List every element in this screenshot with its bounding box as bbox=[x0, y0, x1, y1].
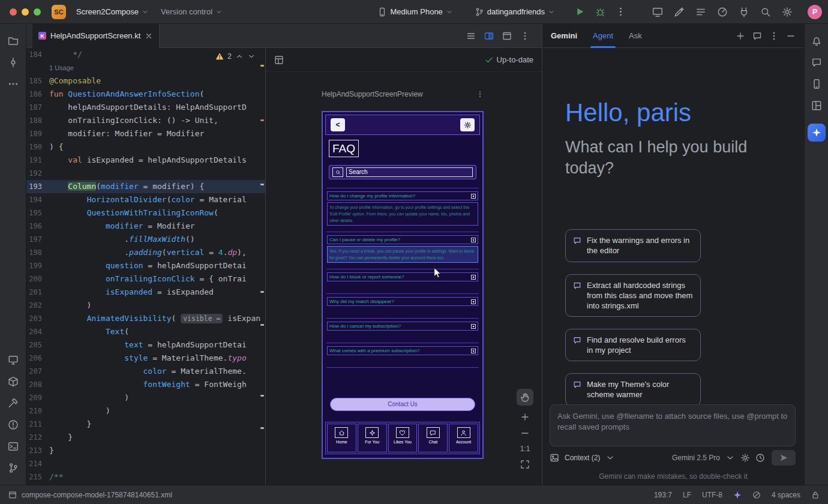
suggestion-card[interactable]: Find and resolve build errors in my proj… bbox=[565, 329, 701, 361]
phone-preview[interactable]: < FAQ Search bbox=[322, 111, 484, 459]
device-mirror-icon[interactable] bbox=[649, 4, 666, 20]
gemini-input[interactable]: Ask Gemini, use @filename to attach sour… bbox=[550, 404, 796, 446]
editor-menu-icon[interactable] bbox=[520, 31, 530, 41]
status-file-name[interactable]: compose-compose-model-1758748140651.xml bbox=[22, 491, 172, 499]
expand-toggle-icon[interactable]: ▾ bbox=[471, 299, 476, 304]
split-editor-icon[interactable] bbox=[484, 31, 494, 41]
profile-avatar[interactable]: P bbox=[808, 5, 822, 19]
zoom-out-icon[interactable] bbox=[520, 428, 530, 438]
expand-toggle-icon[interactable]: ▾ bbox=[471, 349, 476, 353]
model-dropdown[interactable]: Gemini 2.5 Pro bbox=[672, 454, 720, 462]
gemini-settings-icon[interactable] bbox=[740, 453, 750, 463]
nav-item-chat[interactable]: Chat bbox=[418, 424, 448, 452]
problems-icon[interactable] bbox=[4, 415, 23, 434]
pan-button[interactable] bbox=[517, 389, 533, 406]
gemini-button[interactable] bbox=[808, 124, 826, 142]
attach-context-icon[interactable] bbox=[550, 453, 559, 463]
zoom-in-icon[interactable] bbox=[520, 412, 530, 422]
more-actions-button[interactable] bbox=[612, 4, 629, 20]
settings-icon[interactable] bbox=[779, 4, 796, 20]
nav-item-home[interactable]: Home bbox=[327, 424, 356, 452]
gemini-menu-icon[interactable] bbox=[769, 31, 779, 41]
faq-question-row[interactable]: How do I block or report someone?▾ bbox=[327, 272, 478, 281]
search-icon[interactable] bbox=[757, 4, 774, 20]
suggestion-card[interactable]: Fix the warnings and errors in the edito… bbox=[565, 229, 701, 262]
settings-button[interactable] bbox=[460, 118, 475, 131]
line-separator[interactable]: LF bbox=[683, 491, 691, 499]
expand-toggle-icon[interactable]: ▾ bbox=[471, 194, 476, 199]
lock-icon[interactable] bbox=[811, 491, 820, 499]
close-window-button[interactable] bbox=[10, 8, 17, 16]
search-input[interactable]: Search bbox=[346, 167, 473, 177]
hide-panel-icon[interactable] bbox=[786, 31, 796, 41]
device-selector[interactable]: Medium Phone bbox=[373, 5, 457, 19]
debug-button[interactable] bbox=[592, 4, 608, 20]
branch-menu[interactable]: datingandfriends bbox=[470, 5, 559, 19]
nav-item-likes-you[interactable]: Likes You bbox=[388, 424, 418, 452]
ai-completion-icon[interactable] bbox=[733, 491, 742, 499]
more-tools-icon[interactable] bbox=[4, 74, 23, 94]
file-encoding[interactable]: UTF-8 bbox=[702, 491, 722, 499]
tab-ask[interactable]: Ask bbox=[629, 24, 642, 48]
commit-icon[interactable] bbox=[4, 53, 23, 72]
run-button[interactable] bbox=[571, 4, 588, 20]
build-icon[interactable] bbox=[4, 394, 23, 413]
suggestion-card[interactable]: Make my Theme's color scheme warmer bbox=[565, 373, 701, 406]
caret-position[interactable]: 193:7 bbox=[654, 491, 672, 499]
editor-tab[interactable]: K HelpAndSupportScreen.kt bbox=[32, 24, 160, 48]
context-dropdown[interactable]: Context (2) bbox=[565, 454, 600, 462]
notifications-icon[interactable] bbox=[807, 31, 826, 50]
task-list-icon[interactable] bbox=[692, 4, 709, 20]
terminal-icon[interactable] bbox=[4, 437, 23, 456]
history-icon[interactable] bbox=[755, 453, 765, 463]
detach-window-icon[interactable] bbox=[502, 31, 512, 41]
preview-menu-icon[interactable] bbox=[476, 91, 484, 98]
close-tab-icon[interactable] bbox=[145, 32, 153, 40]
profiler-icon[interactable] bbox=[714, 4, 731, 20]
running-devices-icon[interactable] bbox=[4, 350, 23, 370]
project-folder-icon[interactable] bbox=[4, 31, 23, 50]
inspection-widget[interactable]: 2 bbox=[213, 51, 258, 62]
error-stripe[interactable] bbox=[260, 48, 265, 485]
next-issue-icon[interactable] bbox=[247, 52, 256, 61]
nav-item-account[interactable]: Account bbox=[449, 424, 478, 452]
plugin-icon[interactable] bbox=[736, 4, 752, 20]
gemini-chat-icon[interactable] bbox=[807, 53, 826, 72]
project-menu[interactable]: Screen2Compose bbox=[72, 5, 153, 19]
faq-question-row[interactable]: Can I pause or delete my profile?▾ bbox=[327, 235, 478, 244]
faq-search-bar[interactable]: Search bbox=[329, 165, 476, 179]
suggestion-card[interactable]: Extract all hardcoded strings from this … bbox=[565, 274, 701, 317]
previous-issue-icon[interactable] bbox=[235, 52, 244, 61]
faq-question-row[interactable]: Why did my match disappear?▾ bbox=[327, 297, 478, 306]
ai-assist-icon[interactable] bbox=[671, 4, 688, 20]
maximize-window-button[interactable] bbox=[34, 8, 41, 16]
expand-toggle-icon[interactable]: ▾ bbox=[471, 324, 476, 329]
expand-toggle-icon[interactable]: ▾ bbox=[471, 275, 476, 280]
send-button[interactable] bbox=[772, 450, 796, 466]
vcs-menu[interactable]: Version control bbox=[157, 5, 227, 19]
indent-setting[interactable]: 4 spaces bbox=[772, 491, 800, 499]
faq-question-row[interactable]: How do I change my profile information?▾ bbox=[327, 191, 478, 200]
faq-question-row[interactable]: How do I cancel my subscription?▾ bbox=[327, 322, 478, 331]
expand-toggle-icon[interactable]: ▾ bbox=[471, 238, 476, 242]
preview-canvas[interactable]: HelpAndSupportScreenPreview < FAQ bbox=[266, 72, 542, 485]
preview-layout-icon[interactable] bbox=[274, 55, 284, 65]
dependencies-icon[interactable] bbox=[4, 372, 23, 391]
tab-agent[interactable]: Agent bbox=[593, 24, 613, 48]
structure-list-icon[interactable] bbox=[466, 31, 476, 41]
code-line: 211 } bbox=[26, 418, 265, 431]
contact-us-button[interactable]: Contact Us bbox=[330, 398, 475, 411]
highlighting-level-icon[interactable] bbox=[752, 491, 761, 499]
minimize-window-button[interactable] bbox=[22, 8, 29, 16]
device-manager-icon[interactable] bbox=[807, 74, 826, 94]
new-chat-icon[interactable] bbox=[736, 31, 745, 41]
code-editor[interactable]: 184 */1 Usage185@Composable186fun Questi… bbox=[26, 48, 266, 485]
back-button[interactable]: < bbox=[331, 118, 345, 131]
conversations-icon[interactable] bbox=[752, 31, 762, 41]
zoom-fit-icon[interactable] bbox=[520, 460, 530, 469]
zoom-ratio-label[interactable]: 1:1 bbox=[520, 445, 530, 453]
nav-item-for-you[interactable]: For You bbox=[358, 424, 387, 452]
layout-inspector-icon[interactable] bbox=[807, 96, 826, 115]
faq-question-row[interactable]: What comes with a premium subscription?▾ bbox=[327, 346, 478, 355]
version-control-icon[interactable] bbox=[4, 458, 23, 478]
